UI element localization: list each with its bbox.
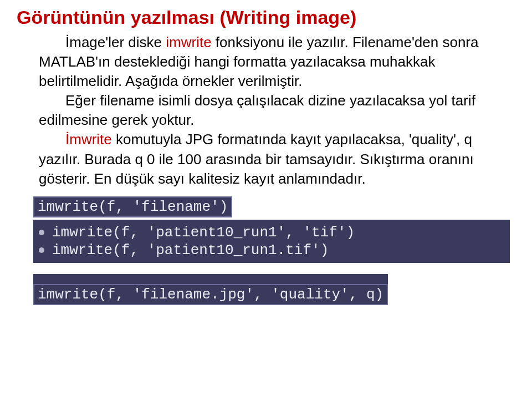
code-example-1: imwrite(f, 'patient10_run1', 'tif') <box>52 224 355 241</box>
code-example-row-1: imwrite(f, 'patient10_run1', 'tif') <box>35 224 504 241</box>
syntax-box-2: imwrite(f, 'filename.jpg', 'quality', q) <box>33 284 388 305</box>
para1-text-1: İmage'ler diske <box>65 34 166 50</box>
para1-red-imwrite: imwrite <box>166 34 216 50</box>
para2-text: Eğer filename isimli dosya çalışılacak d… <box>39 92 475 128</box>
slide-title: Görüntünün yazılması (Writing image) <box>17 7 515 28</box>
para3-red-imwrite: İmwrite <box>65 131 116 148</box>
code-example-row-2: imwrite(f, 'patient10_run1.tif') <box>35 242 504 259</box>
code-examples-block: imwrite(f, 'patient10_run1', 'tif') imwr… <box>33 220 510 263</box>
syntax-box-1: imwrite(f, 'filename') <box>33 196 232 217</box>
paragraph-3: İmwrite komutuyla JPG formatında kayıt y… <box>39 130 515 188</box>
syntax-box-2-wrap: imwrite(f, 'filename.jpg', 'quality', q) <box>33 274 388 305</box>
code-example-2: imwrite(f, 'patient10_run1.tif') <box>52 242 329 259</box>
paragraph-2: Eğer filename isimli dosya çalışılacak d… <box>39 91 515 130</box>
bullet-icon <box>39 230 44 235</box>
bullet-icon <box>39 247 44 253</box>
code-area: imwrite(f, 'filename') imwrite(f, 'patie… <box>33 196 499 305</box>
paragraph-1: İmage'ler diske imwrite fonksiyonu ile y… <box>39 33 515 91</box>
syntax-box-1-wrap: imwrite(f, 'filename') <box>33 196 232 217</box>
